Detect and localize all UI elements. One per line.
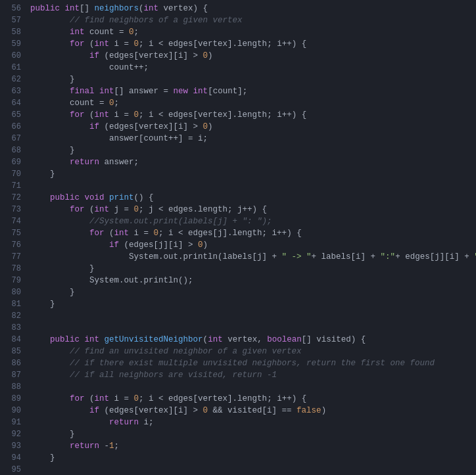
code-line-85: // find an unvisited neighbor of a given… — [30, 346, 476, 357]
code-line-70: } — [30, 168, 476, 180]
line-number-91: 91 — [4, 417, 21, 428]
code-line-86: // if there exist multiple unvisited nei… — [30, 357, 476, 369]
line-number-82: 82 — [4, 310, 21, 322]
code-line-56: public int[] neighbors(int vertex) { — [30, 3, 476, 14]
code-line-59: for (int i = 0; i < edges[vertex].length… — [30, 38, 476, 50]
code-line-75: for (int i = 0; i < edges[j].length; i++… — [30, 227, 476, 239]
line-number-89: 89 — [4, 393, 21, 405]
code-line-78: } — [30, 263, 476, 275]
line-number-93: 93 — [4, 440, 21, 452]
code-line-82 — [30, 310, 476, 322]
line-number-81: 81 — [4, 298, 21, 310]
line-number-92: 92 — [4, 428, 21, 440]
code-line-63: final int[] answer = new int[count]; — [30, 85, 476, 97]
line-number-62: 62 — [4, 74, 21, 85]
code-line-87: // if all neighbors are visited, return … — [30, 369, 476, 381]
line-number-87: 87 — [4, 369, 21, 381]
line-number-61: 61 — [4, 62, 21, 74]
code-line-62: } — [30, 74, 476, 85]
code-line-89: for (int i = 0; i < edges[vertex].length… — [30, 393, 476, 405]
line-number-68: 68 — [4, 145, 21, 156]
line-number-74: 74 — [4, 215, 21, 227]
line-number-88: 88 — [4, 381, 21, 393]
line-number-78: 78 — [4, 263, 21, 275]
line-number-94: 94 — [4, 452, 21, 464]
line-numbers: 5657585960616263646566676869707172737475… — [0, 3, 25, 475]
line-number-72: 72 — [4, 192, 21, 204]
line-number-79: 79 — [4, 275, 21, 286]
code-line-67: answer[count++] = i; — [30, 133, 476, 145]
line-number-90: 90 — [4, 405, 21, 417]
code-line-68: } — [30, 145, 476, 156]
code-line-91: return i; — [30, 417, 476, 428]
code-line-73: for (int j = 0; j < edges.length; j++) { — [30, 204, 476, 215]
line-number-58: 58 — [4, 26, 21, 38]
line-number-84: 84 — [4, 334, 21, 346]
line-number-85: 85 — [4, 346, 21, 357]
code-line-71 — [30, 180, 476, 192]
code-content[interactable]: public int[] neighbors(int vertex) { // … — [25, 3, 476, 475]
line-number-57: 57 — [4, 14, 21, 26]
line-number-83: 83 — [4, 322, 21, 334]
line-number-59: 59 — [4, 38, 21, 50]
code-line-72: public void print() { — [30, 192, 476, 204]
code-line-76: if (edges[j][i] > 0) — [30, 239, 476, 251]
line-number-86: 86 — [4, 357, 21, 369]
code-line-84: public int getUnvisitedNeighbor(int vert… — [30, 334, 476, 346]
line-number-60: 60 — [4, 50, 21, 62]
code-line-93: return -1; — [30, 440, 476, 452]
code-line-66: if (edges[vertex][i] > 0) — [30, 121, 476, 133]
line-number-76: 76 — [4, 239, 21, 251]
line-number-66: 66 — [4, 121, 21, 133]
code-line-83 — [30, 322, 476, 334]
line-number-67: 67 — [4, 133, 21, 145]
code-line-90: if (edges[vertex][i] > 0 && visited[i] =… — [30, 405, 476, 417]
code-line-88 — [30, 381, 476, 393]
code-line-64: count = 0; — [30, 97, 476, 109]
line-number-65: 65 — [4, 109, 21, 121]
line-number-80: 80 — [4, 286, 21, 298]
code-line-92: } — [30, 428, 476, 440]
code-line-61: count++; — [30, 62, 476, 74]
code-line-65: for (int i = 0; i < edges[vertex].length… — [30, 109, 476, 121]
line-number-56: 56 — [4, 3, 21, 14]
code-line-77: System.out.println(labels[j] + " -> "+ l… — [30, 251, 476, 263]
code-line-80: } — [30, 286, 476, 298]
line-number-95: 95 — [4, 464, 21, 475]
line-number-75: 75 — [4, 227, 21, 239]
code-line-60: if (edges[vertex][i] > 0) — [30, 50, 476, 62]
line-number-63: 63 — [4, 85, 21, 97]
code-line-69: return answer; — [30, 156, 476, 168]
code-line-74: //System.out.print(labels[j] + ": "); — [30, 215, 476, 227]
line-number-77: 77 — [4, 251, 21, 263]
code-line-94: } — [30, 452, 476, 464]
line-number-71: 71 — [4, 180, 21, 192]
code-line-81: } — [30, 298, 476, 310]
line-number-64: 64 — [4, 97, 21, 109]
line-number-70: 70 — [4, 168, 21, 180]
code-line-58: int count = 0; — [30, 26, 476, 38]
code-line-79: System.out.println(); — [30, 275, 476, 286]
code-editor: 5657585960616263646566676869707172737475… — [0, 0, 476, 475]
line-number-73: 73 — [4, 204, 21, 215]
code-line-95 — [30, 464, 476, 475]
code-line-57: // find neighbors of a given vertex — [30, 14, 476, 26]
line-number-69: 69 — [4, 156, 21, 168]
